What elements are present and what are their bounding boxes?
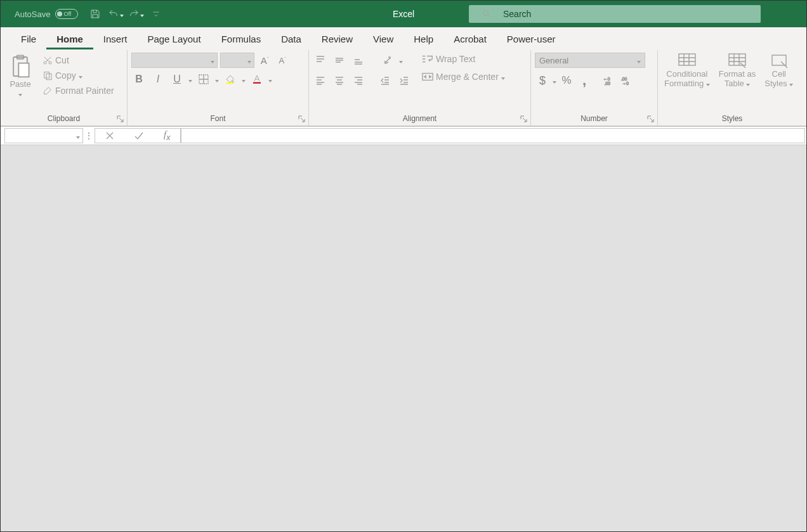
align-left-button[interactable] [313, 73, 328, 88]
chevron-down-icon[interactable] [215, 74, 219, 85]
quick-access-toolbar [87, 6, 164, 22]
comma-format-button[interactable]: , [577, 73, 592, 88]
merge-center-label: Merge & Center [436, 72, 499, 82]
dialog-launcher-icon[interactable] [646, 115, 655, 124]
paste-label: Paste [10, 79, 30, 89]
italic-button[interactable]: I [150, 72, 166, 87]
svg-point-0 [483, 11, 489, 16]
chevron-down-icon [211, 55, 214, 66]
copy-icon [43, 70, 53, 81]
font-size-combo[interactable] [220, 53, 254, 68]
tab-page-layout[interactable]: Page Layout [137, 29, 211, 49]
format-painter-button[interactable]: Format Painter [40, 84, 117, 97]
group-clipboard: Paste Cut Copy Format Painter [1, 50, 128, 126]
decrease-indent-button[interactable] [377, 73, 393, 88]
wrap-text-icon [422, 54, 433, 64]
align-right-button[interactable] [351, 73, 366, 88]
autosave-toggle[interactable]: Off [55, 9, 78, 19]
autosave-control[interactable]: AutoSave Off [15, 9, 78, 19]
tab-file[interactable]: File [11, 29, 46, 49]
tab-insert[interactable]: Insert [93, 29, 138, 49]
paste-button[interactable]: Paste [4, 53, 36, 100]
increase-font-icon: Aˆ [261, 55, 269, 66]
percent-format-button[interactable]: % [559, 73, 574, 88]
wrap-text-button[interactable]: Wrap Text [419, 53, 508, 65]
conditional-formatting-button[interactable]: Conditional Formatting [662, 51, 712, 89]
number-format-value: General [539, 56, 568, 65]
chevron-down-icon[interactable] [553, 75, 556, 86]
chevron-down-icon [120, 8, 124, 20]
align-top-button[interactable] [313, 53, 328, 68]
svg-rect-10 [253, 82, 261, 84]
align-bottom-button[interactable] [351, 53, 366, 68]
formula-bar-options[interactable]: ⋮ [83, 127, 95, 145]
name-box[interactable] [4, 128, 83, 143]
increase-indent-button[interactable] [397, 73, 412, 88]
search-box[interactable]: Search [469, 5, 761, 23]
increase-font-button[interactable]: Aˆ [257, 53, 272, 68]
tab-view[interactable]: View [363, 29, 404, 49]
save-button[interactable] [87, 6, 103, 22]
tab-home[interactable]: Home [46, 29, 93, 49]
undo-button[interactable] [107, 6, 124, 22]
enter-icon[interactable] [134, 131, 144, 140]
copy-button[interactable]: Copy [40, 69, 117, 82]
format-table-icon [728, 53, 747, 69]
chevron-down-icon[interactable] [399, 55, 403, 66]
font-color-button[interactable] [249, 72, 265, 87]
font-color-icon [252, 74, 262, 84]
format-painter-label: Format Painter [55, 86, 114, 96]
merge-center-button[interactable]: Merge & Center [419, 70, 508, 83]
svg-rect-6 [44, 72, 49, 78]
fmt-l2: Table [725, 79, 744, 88]
svg-rect-9 [226, 82, 233, 84]
decrease-font-button[interactable]: Aˇ [275, 53, 290, 68]
svg-rect-16 [679, 54, 695, 65]
align-middle-button[interactable] [332, 53, 347, 68]
chevron-down-icon[interactable] [242, 74, 246, 85]
tab-formulas[interactable]: Formulas [211, 29, 272, 49]
redo-button[interactable] [128, 6, 144, 22]
fill-color-button[interactable] [223, 72, 238, 87]
chevron-down-icon [501, 72, 505, 82]
format-as-table-button[interactable]: Format as Table [716, 51, 759, 89]
cancel-icon[interactable] [105, 131, 114, 140]
bold-button[interactable]: B [131, 72, 147, 87]
cut-button[interactable]: Cut [40, 54, 117, 67]
percent-icon: % [561, 74, 571, 87]
orientation-button[interactable] [380, 53, 395, 68]
fmt-l1: Format as [719, 69, 756, 79]
customize-qat-button[interactable] [148, 6, 164, 22]
worksheet-area[interactable] [1, 145, 806, 531]
increase-indent-icon [399, 75, 409, 86]
align-center-button[interactable] [332, 73, 347, 88]
cond-l1: Conditional [666, 69, 707, 79]
underline-button[interactable]: U [169, 72, 185, 87]
chevron-down-icon [789, 79, 793, 88]
tab-data[interactable]: Data [271, 29, 312, 49]
tab-power-user[interactable]: Power-user [497, 29, 566, 49]
chevron-down-icon[interactable] [188, 74, 192, 85]
search-placeholder: Search [503, 9, 531, 19]
chevron-down-icon[interactable] [268, 74, 272, 85]
tab-help[interactable]: Help [404, 29, 443, 49]
dialog-launcher-icon[interactable] [298, 115, 306, 124]
align-right-icon [353, 75, 364, 86]
number-format-combo[interactable]: General [535, 53, 645, 68]
autosave-state: Off [63, 11, 71, 17]
cell-styles-button[interactable]: Cell Styles [762, 51, 796, 89]
formula-input[interactable] [181, 128, 805, 143]
tab-review[interactable]: Review [312, 29, 363, 49]
decrease-decimal-button[interactable]: .00→0 [620, 73, 635, 88]
tab-acrobat[interactable]: Acrobat [443, 29, 497, 49]
fx-icon[interactable]: fx [164, 129, 170, 142]
dialog-launcher-icon[interactable] [116, 115, 125, 124]
borders-button[interactable] [196, 72, 211, 87]
accounting-format-button[interactable]: $ [535, 73, 550, 88]
increase-decimal-button[interactable]: ←0.00 [602, 73, 617, 88]
group-styles: Conditional Formatting Format as Table C… [658, 50, 806, 126]
title-bar: AutoSave Off Excel Search [1, 1, 806, 27]
copy-label: Copy [55, 70, 76, 81]
dialog-launcher-icon[interactable] [520, 115, 528, 124]
font-name-combo[interactable] [131, 53, 218, 68]
